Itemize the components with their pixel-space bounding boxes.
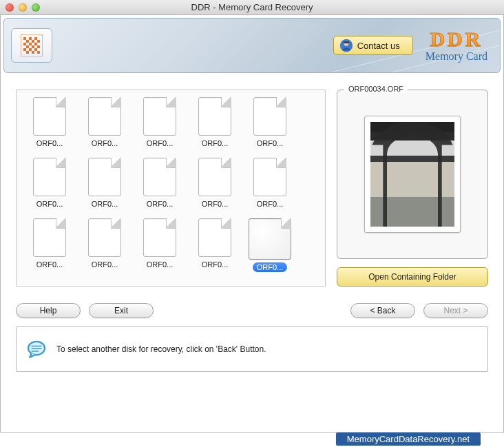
file-label: ORF0... [253,199,288,209]
exit-label: Exit [114,306,128,315]
window-body: Contact us DDR Memory Card ORF0...ORF0..… [0,15,504,433]
open-folder-label: Open Containing Folder [368,272,456,282]
svg-rect-18 [37,51,40,54]
brand-block: DDR Memory Card [426,29,487,62]
file-grid[interactable]: ORF0...ORF0...ORF0...ORF0...ORF0...ORF0.… [16,90,326,287]
file-item[interactable]: ORF0... [132,158,187,216]
file-label: ORF0... [87,260,123,269]
grid-icon [21,34,43,56]
file-label: ORF0... [32,199,67,209]
open-containing-folder-button[interactable]: Open Containing Folder [337,267,488,287]
svg-rect-11 [32,45,34,48]
file-label: ORF0... [253,138,288,148]
next-label: Next > [443,306,468,315]
svg-rect-6 [37,40,40,43]
help-button[interactable]: Help [16,303,81,318]
exit-button[interactable]: Exit [89,303,154,318]
file-thumb-icon [88,158,121,196]
contact-us-label: Contact us [357,41,400,51]
brand-subtitle: Memory Card [426,51,487,62]
file-item[interactable]: ORF0... [187,218,242,276]
file-label: ORF0... [143,199,178,209]
svg-rect-9 [34,43,37,45]
file-label: ORF0... [198,260,233,269]
svg-rect-13 [23,48,26,51]
file-thumb-icon [88,218,121,257]
window-title: DDR - Memory Card Recovery [0,2,504,12]
file-thumb-icon [143,97,176,136]
svg-rect-5 [32,40,34,43]
support-avatar-icon [339,39,353,52]
preview-groupbox: ORF00034.ORF [337,90,488,259]
file-label: ORF0... [32,138,67,148]
wizard-button-row: Help Exit < Back Next > [3,287,501,324]
file-item[interactable]: ORF0... [22,97,77,155]
preview-frame [364,116,461,233]
file-label: ORF0... [143,138,178,148]
hint-text: To select another disk for recovery, cli… [56,344,266,354]
preview-filename: ORF00034.ORF [344,85,408,93]
app-header: Contact us DDR Memory Card [3,18,501,73]
back-button[interactable]: < Back [350,303,415,318]
file-thumb-icon [198,158,231,196]
svg-rect-16 [26,51,29,54]
contact-us-button[interactable]: Contact us [333,36,413,55]
file-item[interactable]: ORF0... [242,218,297,276]
file-item[interactable]: ORF0... [77,97,132,155]
hint-panel: To select another disk for recovery, cli… [16,326,488,372]
file-item[interactable]: ORF0... [242,158,297,216]
file-thumb-icon [88,97,121,136]
svg-rect-1 [23,37,26,40]
file-thumb-icon [143,158,176,196]
file-thumb-icon [253,158,286,196]
svg-rect-4 [26,40,29,43]
file-thumb-icon [249,218,291,260]
file-label: ORF0... [143,260,178,269]
file-label: ORF0... [87,199,123,209]
preview-image [370,122,454,227]
svg-rect-3 [34,37,37,40]
svg-rect-12 [37,45,40,48]
preview-column: ORF00034.ORF Open Containing Folder [337,90,488,287]
file-thumb-icon [143,218,176,257]
file-thumb-icon [253,97,286,136]
file-item[interactable]: ORF0... [187,97,242,155]
svg-rect-2 [29,37,32,40]
file-label: ORF0... [32,260,67,269]
file-thumb-icon [198,218,231,257]
file-item[interactable]: ORF0... [132,218,187,276]
svg-rect-8 [29,43,32,45]
file-thumb-icon [33,218,66,257]
help-label: Help [40,306,57,315]
file-thumb-icon [33,158,66,196]
footer-link[interactable]: MemoryCardDataRecovery.net [336,433,481,446]
next-button: Next > [423,303,488,318]
svg-rect-17 [32,51,34,54]
svg-rect-7 [23,43,26,45]
brand-title: DDR [426,29,487,50]
file-item[interactable]: ORF0... [77,218,132,276]
svg-rect-21 [343,41,348,43]
svg-rect-14 [29,48,32,51]
file-thumb-icon [198,97,231,136]
file-label: ORF0... [198,138,233,148]
file-item[interactable]: ORF0... [22,218,77,276]
info-bubble-icon [26,339,47,360]
app-logo[interactable] [11,28,52,63]
footer-link-text: MemoryCardDataRecovery.net [347,434,470,444]
file-thumb-icon [33,97,66,136]
file-item[interactable]: ORF0... [187,158,242,216]
file-label: ORF0... [198,199,233,209]
main-content: ORF0...ORF0...ORF0...ORF0...ORF0...ORF0.… [3,73,501,287]
file-item[interactable]: ORF0... [77,158,132,216]
titlebar: DDR - Memory Card Recovery [0,0,504,15]
file-label: ORF0... [87,138,123,148]
file-item[interactable]: ORF0... [132,97,187,155]
svg-rect-15 [34,48,37,51]
file-item[interactable]: ORF0... [22,158,77,216]
svg-rect-10 [26,45,29,48]
back-label: < Back [370,306,395,315]
file-item[interactable]: ORF0... [242,97,297,155]
file-label: ORF0... [253,262,288,272]
